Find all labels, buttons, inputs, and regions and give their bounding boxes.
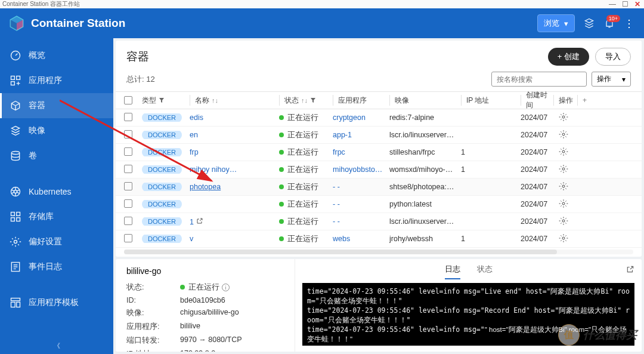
sidebar-item-images[interactable]: 映像	[0, 118, 113, 143]
col-app[interactable]: 应用程序	[333, 95, 389, 106]
status-dot-icon	[279, 219, 284, 224]
container-name-link[interactable]: v	[190, 235, 193, 243]
app-link[interactable]: webs	[333, 235, 350, 243]
sidebar-item-label: Kubernetes	[29, 187, 72, 196]
status-dot-icon	[279, 236, 284, 241]
filter-icon	[310, 97, 316, 103]
popout-icon[interactable]	[626, 265, 634, 273]
container-name-link[interactable]: edis	[190, 113, 203, 122]
created-cell: 2024/07	[521, 235, 553, 243]
operation-select[interactable]: 操作▾	[592, 72, 631, 87]
container-name-link[interactable]: frp	[190, 148, 199, 156]
image-cell: redis:7-alpine	[389, 113, 461, 122]
app-link[interactable]: cryptgeon	[333, 113, 366, 122]
table-row[interactable]: DOCKERedis正在运行cryptgeonredis:7-alpine202…	[116, 109, 642, 127]
table-row[interactable]: DOCKER1正在运行- -lscr.io/linuxserver…2024/0…	[116, 213, 642, 230]
win-close[interactable]: ✕	[634, 0, 640, 8]
app-link[interactable]: - -	[333, 183, 340, 191]
table-row[interactable]: DOCKERphotopea正在运行- -shtse8/photopea:…20…	[116, 178, 642, 196]
table-row[interactable]: DOCKERen正在运行app-1lscr.io/linuxserver…202…	[116, 127, 642, 144]
row-checkbox[interactable]	[124, 234, 132, 242]
sidebar-collapse[interactable]: 《	[54, 341, 60, 350]
sidebar-item-overview[interactable]: 概览	[0, 43, 113, 68]
search-input-wrapper[interactable]	[491, 72, 587, 87]
row-checkbox[interactable]	[124, 165, 132, 173]
horizontal-scrollbar[interactable]	[124, 250, 633, 254]
sidebar-item-preferences[interactable]: 偏好设置	[0, 229, 113, 254]
col-name[interactable]: 名称 ↑↓	[190, 95, 279, 106]
status-dot-icon	[279, 202, 284, 207]
create-button[interactable]: + 创建	[548, 48, 589, 66]
add-column-icon[interactable]: +	[577, 95, 589, 106]
detail-app: bililive	[180, 322, 200, 332]
tab-log[interactable]: 日志	[445, 264, 460, 279]
win-maximize[interactable]: ☐	[622, 0, 628, 8]
row-gear-icon[interactable]	[559, 130, 568, 139]
app-link[interactable]: - -	[333, 200, 340, 208]
stack-icon[interactable]	[583, 17, 595, 29]
table-row[interactable]: DOCKERmihoy nihoy…正在运行mihoyobbsto…womsxd…	[116, 161, 642, 178]
sidebar-item-kubernetes[interactable]: Kubernetes	[0, 179, 113, 204]
col-status[interactable]: 状态 ↑↓	[279, 95, 333, 106]
row-checkbox[interactable]	[124, 182, 132, 190]
status-dot-icon	[279, 150, 284, 155]
ip-cell: 1	[461, 165, 521, 174]
row-checkbox[interactable]	[124, 199, 132, 208]
col-ip[interactable]: IP 地址	[461, 95, 521, 106]
row-gear-icon[interactable]	[559, 181, 568, 191]
more-menu-icon[interactable]: ⋯	[624, 17, 636, 29]
total-count: 总计: 12	[126, 74, 155, 85]
app-link[interactable]: mihoyobbsto…	[333, 165, 382, 174]
notification-badge: 10+	[606, 15, 620, 22]
row-gear-icon[interactable]	[559, 199, 568, 208]
sidebar-item-label: 应用程序	[29, 75, 62, 86]
container-name-link[interactable]: mihoy nihoy…	[190, 165, 237, 174]
row-gear-icon[interactable]	[559, 147, 568, 156]
sidebar-item-templates[interactable]: 应用程序模板	[0, 290, 113, 315]
app-logo-icon	[8, 15, 25, 32]
docker-tag: DOCKER	[142, 183, 182, 191]
table-row[interactable]: DOCKERfrp正在运行frpcstilleshan/frpc12024/07	[116, 144, 642, 161]
container-name-link[interactable]: photopea	[190, 183, 221, 191]
row-gear-icon[interactable]	[559, 112, 568, 122]
database-icon	[10, 150, 21, 162]
sidebar-item-applications[interactable]: 应用程序	[0, 68, 113, 93]
container-name-link[interactable]: 1	[190, 218, 194, 226]
row-checkbox[interactable]	[124, 113, 132, 121]
row-gear-icon[interactable]	[559, 233, 568, 243]
sidebar-item-volumes[interactable]: 卷	[0, 143, 113, 168]
row-gear-icon[interactable]	[559, 164, 568, 174]
svg-point-6	[14, 190, 17, 193]
sidebar-item-repositories[interactable]: 存储库	[0, 204, 113, 229]
row-checkbox[interactable]	[124, 147, 132, 156]
app-link[interactable]: - -	[333, 217, 340, 226]
external-link-icon[interactable]	[196, 217, 203, 224]
sidebar-item-containers[interactable]: 容器	[0, 93, 113, 118]
table-row[interactable]: DOCKERv正在运行websjrohy/webssh12024/07	[116, 230, 642, 248]
browse-button[interactable]: 浏览▾	[537, 14, 575, 32]
row-checkbox[interactable]	[124, 217, 132, 225]
chevron-down-icon: ▾	[564, 19, 568, 28]
detail-image: chigusa/bililive-go	[180, 308, 239, 318]
app-link[interactable]: app-1	[333, 131, 352, 139]
info-icon[interactable]: i	[222, 284, 230, 291]
col-created[interactable]: 创建时间	[521, 95, 553, 106]
col-image[interactable]: 映像	[389, 95, 461, 106]
col-actions: 操作	[553, 95, 577, 106]
app-link[interactable]: frpc	[333, 148, 345, 156]
window-titlebar: Container Station 容器工作站 — ☐ ✕	[0, 0, 644, 8]
notification-bell-icon[interactable]: 10+	[603, 17, 615, 29]
sidebar-item-event-log[interactable]: 事件日志	[0, 254, 113, 279]
import-button[interactable]: 导入	[595, 48, 631, 66]
col-type[interactable]: 类型	[142, 96, 190, 106]
sidebar-item-label: 卷	[29, 150, 37, 161]
table-row[interactable]: DOCKER正在运行- -python:latest2024/07	[116, 196, 642, 213]
search-input[interactable]	[497, 75, 586, 84]
tab-state[interactable]: 状态	[477, 264, 493, 279]
container-name-link[interactable]: en	[190, 131, 198, 139]
win-minimize[interactable]: —	[609, 0, 616, 8]
created-cell: 2024/07	[521, 200, 553, 208]
row-gear-icon[interactable]	[559, 216, 568, 226]
select-all-checkbox[interactable]	[124, 96, 132, 104]
row-checkbox[interactable]	[124, 130, 132, 138]
